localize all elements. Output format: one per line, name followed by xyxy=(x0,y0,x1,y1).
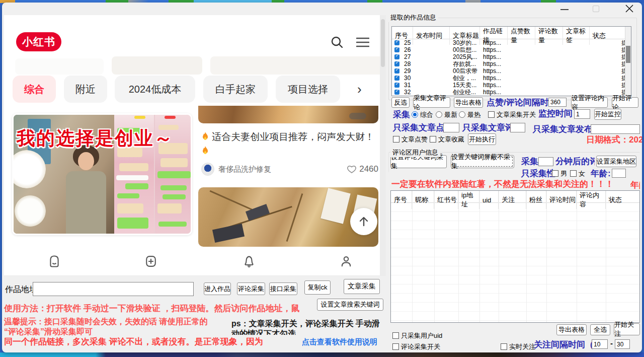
comment-table: 序号 昵称 红书号 ip地址 uid 关注 粉丝 评论时间 评论内容 状态 xyxy=(390,190,640,323)
only-likes-input[interactable] xyxy=(443,123,459,132)
api-collect-button[interactable]: 接口采集 xyxy=(269,282,297,295)
col-red-id[interactable]: 红书号 xyxy=(434,191,458,209)
tab-self-made[interactable]: 白手起家 xyxy=(203,76,268,103)
menu-icon[interactable] xyxy=(356,37,369,49)
webview-scrollbar-thumb[interactable] xyxy=(381,19,385,67)
tab-2024-low-cost[interactable]: 2024低成本 xyxy=(115,76,195,103)
age-input[interactable] xyxy=(612,169,626,178)
realtime-follow-checkbox[interactable]: 实时关注 xyxy=(501,342,535,351)
table-row[interactable]: 28存款就...https...提取完毕 xyxy=(392,60,631,67)
works-table-scrollbar[interactable] xyxy=(625,27,631,96)
box-edge xyxy=(286,193,303,242)
post-author-row: 奢侈品洗护修复 2460 xyxy=(201,162,378,176)
article-favorite-checkbox[interactable]: 文章收藏 xyxy=(430,135,464,144)
export-comments-button[interactable]: 导出表格 xyxy=(556,324,587,335)
col-fans[interactable]: 粉丝 xyxy=(526,191,546,209)
row-checkbox[interactable] xyxy=(394,61,399,66)
tabs-more-chevron-icon[interactable]: › xyxy=(357,82,362,97)
maximize-button[interactable] xyxy=(593,6,599,12)
profile-icon[interactable] xyxy=(339,254,353,270)
col-publish-time[interactable]: 发布时间 xyxy=(413,27,450,45)
radio-newest[interactable]: 最新 xyxy=(436,110,457,119)
ps-line-2: 动的情况下才勾选 xyxy=(231,329,388,335)
only-uid-checkbox[interactable]: 只采集用户uid xyxy=(392,331,442,340)
webview-scrollbar[interactable] xyxy=(380,15,386,276)
radio-comprehensive[interactable]: 综合 xyxy=(412,110,433,119)
minimize-button[interactable] xyxy=(560,9,569,10)
follow-max-input[interactable] xyxy=(615,339,630,349)
address-input[interactable] xyxy=(33,282,194,296)
col-ip[interactable]: ip地址 xyxy=(458,191,479,209)
post-title[interactable]: 适合夫妻创业项目推荐，闷声发大财！ xyxy=(201,130,378,158)
post-image-partial[interactable] xyxy=(198,106,378,123)
monitor-time-input[interactable] xyxy=(574,109,590,119)
start-comment-button[interactable]: 开始评论 xyxy=(612,97,638,108)
tab-project-select[interactable]: 项目选择 xyxy=(276,76,340,103)
table-row[interactable]: 30创业，...https...提取完毕 xyxy=(392,75,631,82)
col-likes[interactable]: 点赞数量 xyxy=(508,27,535,45)
notifications-bell-icon[interactable] xyxy=(242,254,256,270)
set-region-button[interactable]: 设置采集地区 xyxy=(596,156,636,167)
set-search-keyword-button[interactable]: 设置文章搜索关键词 xyxy=(317,299,383,311)
collect-article-comments-button[interactable]: 采集文章评论 xyxy=(413,97,450,108)
table-row[interactable]: 2600后想...https...提取完毕 xyxy=(392,46,631,53)
search-icon[interactable] xyxy=(330,35,344,51)
export-works-button[interactable]: 导出表格 xyxy=(454,97,483,108)
col-nickname[interactable]: 昵称 xyxy=(412,191,434,209)
create-post-icon[interactable] xyxy=(144,254,158,270)
tab-comprehensive[interactable]: 综合 xyxy=(13,76,56,103)
only-publish-input[interactable] xyxy=(591,124,640,134)
home-icon[interactable] xyxy=(47,254,61,270)
post-author[interactable]: 奢侈品洗护修复 xyxy=(218,165,271,174)
post-image-collage[interactable]: 我的选择是创业～ xyxy=(12,113,192,235)
table-row[interactable]: 2900后求带https...提取完毕 xyxy=(392,67,631,75)
row-checkbox[interactable] xyxy=(394,76,399,81)
help-link[interactable]: 点击查看软件使用说明 xyxy=(302,337,377,347)
table-row[interactable]: 3115天卖...https...提取完毕 xyxy=(392,82,631,89)
col-comment-time[interactable]: 评论时间 xyxy=(546,191,577,209)
works-scrollbar-thumb[interactable] xyxy=(626,46,630,63)
col-status[interactable]: 状态 xyxy=(606,191,639,209)
close-button[interactable] xyxy=(624,4,634,16)
follow-min-input[interactable] xyxy=(592,339,608,349)
row-checkbox[interactable] xyxy=(394,40,399,45)
col-comment-content[interactable]: 评论内容 xyxy=(577,191,606,209)
like-widget[interactable]: 2460 xyxy=(347,164,378,174)
enter-work-button[interactable]: 进入作品 xyxy=(204,282,231,295)
col-comments[interactable]: 评论数量 xyxy=(535,27,563,45)
row-checkbox[interactable] xyxy=(394,90,399,95)
select-all-button[interactable]: 全选 xyxy=(590,324,610,335)
set-keyword-block-button[interactable]: 设置关键词屏蔽不采集 xyxy=(451,155,514,168)
row-checkbox[interactable] xyxy=(394,47,399,52)
male-checkbox[interactable]: 男 xyxy=(552,169,567,178)
invert-selection-button[interactable]: 反选 xyxy=(391,97,410,108)
col-tags[interactable]: 文章标签 xyxy=(563,27,590,45)
col-uid[interactable]: uid xyxy=(479,191,499,209)
collect-minutes-input[interactable] xyxy=(538,157,553,166)
start-monitor-button[interactable]: 开始监控 xyxy=(594,109,621,120)
radio-hottest[interactable]: 最热 xyxy=(459,110,480,119)
comment-collect-switch-checkbox[interactable]: 评论采集开关 xyxy=(392,342,440,351)
col-seq[interactable]: 序号 xyxy=(391,191,412,209)
tab-nearby[interactable]: 附近 xyxy=(64,76,107,103)
start-follow-button[interactable]: 开始关注 xyxy=(614,323,640,335)
female-checkbox[interactable]: 女 xyxy=(570,169,585,178)
comment-collect-button[interactable]: 评论采集 xyxy=(237,282,265,295)
row-checkbox[interactable] xyxy=(394,83,399,88)
interval-input[interactable] xyxy=(548,98,567,107)
only-comments-input[interactable] xyxy=(510,123,525,132)
article-collect-switch-checkbox[interactable]: 文章采集开关 xyxy=(488,110,536,119)
row-checkbox[interactable] xyxy=(394,68,399,74)
avatar[interactable] xyxy=(201,163,214,176)
article-collect-button[interactable]: 文章采集 xyxy=(344,279,380,294)
table-row[interactable]: 272025风...https...提取完毕 xyxy=(392,53,631,60)
copy-ck-button[interactable]: 复制ck xyxy=(304,280,331,295)
execute-button[interactable]: 开始执行 xyxy=(468,133,496,145)
scroll-to-top-button[interactable] xyxy=(350,208,377,235)
post-title-text: 适合夫妻创业项目推荐，闷声发大财！ xyxy=(212,131,374,142)
col-following[interactable]: 关注 xyxy=(499,191,526,209)
set-comment-content-button[interactable]: 设置评论内容 xyxy=(571,97,608,108)
only-collect-likes-label: 只采集文章点 xyxy=(393,122,444,133)
row-checkbox[interactable] xyxy=(394,54,399,59)
article-like-checkbox[interactable]: 文章点赞 xyxy=(393,135,428,144)
